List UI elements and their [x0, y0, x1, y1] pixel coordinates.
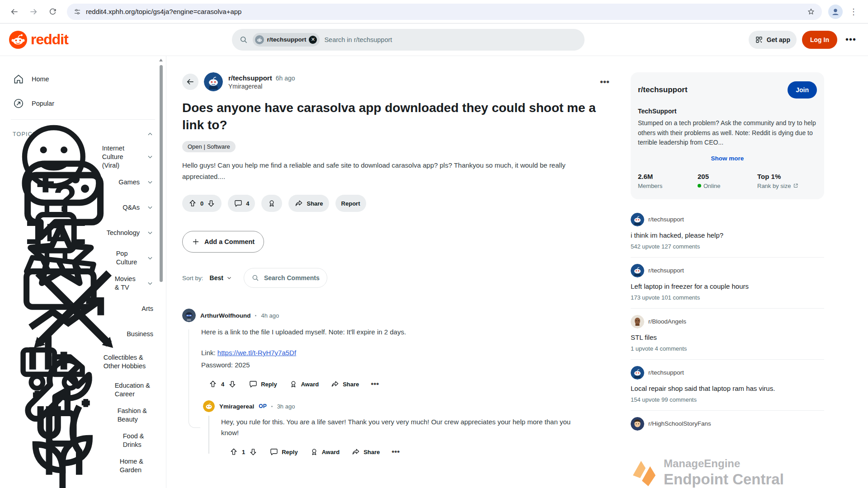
site-settings-icon[interactable] — [73, 8, 81, 16]
log-in-button[interactable]: Log In — [802, 31, 837, 49]
related-title[interactable]: STL files — [631, 333, 824, 341]
downvote-icon[interactable] — [228, 380, 237, 389]
reply-text: Hey, you rule for this. You are a life s… — [221, 417, 574, 438]
community-name[interactable]: r/techsupport — [638, 85, 688, 94]
related-subreddit[interactable]: r/techsupport — [648, 267, 684, 274]
post-share-button[interactable]: Share — [288, 195, 329, 212]
comment-share-button[interactable]: Share — [330, 380, 359, 389]
reply-reply-button[interactable]: Reply — [269, 447, 297, 456]
browser-menu-button[interactable]: ⋮ — [845, 4, 862, 20]
sidebar-item-label: Education & Career — [115, 381, 153, 399]
sidebar-item-label: Collectibles & Other Hobbies — [104, 353, 153, 371]
related-post[interactable]: r/techsupport i think im hacked, please … — [631, 213, 824, 258]
reload-icon — [48, 7, 57, 16]
sidebar-item-home-garden[interactable]: Home & Garden — [0, 453, 166, 479]
members-stat: 2.6M Members — [638, 173, 698, 189]
related-title[interactable]: Local repair shop said that laptop ram h… — [631, 385, 824, 392]
post-vote-count: 0 — [200, 200, 203, 207]
upvote-icon[interactable] — [208, 380, 217, 389]
comment-thread: ArthurWolfhound 4h ago Here is a link to… — [182, 309, 615, 456]
join-button[interactable]: Join — [788, 81, 817, 99]
url-text: reddit4.xphh.org/topic/gs4ja?engine=cara… — [86, 8, 241, 15]
related-title[interactable]: Left laptop in freezer for a couple hour… — [631, 282, 824, 290]
related-subreddit[interactable]: r/techsupport — [648, 216, 684, 223]
browser-forward-button[interactable] — [25, 4, 42, 20]
related-subreddit[interactable]: r/HighSchoolStoryFans — [648, 420, 711, 427]
bookmark-star-icon[interactable] — [807, 7, 816, 16]
post-report-label: Report — [341, 200, 360, 207]
post-flair-badge[interactable]: Open | Software — [182, 141, 236, 152]
address-bar[interactable]: reddit4.xphh.org/topic/gs4ja?engine=cara… — [67, 4, 822, 20]
sidebar-item-home[interactable]: Home — [0, 67, 166, 91]
related-subreddit[interactable]: r/techsupport — [648, 369, 684, 376]
sidebar-item-label: Fashion & Beauty — [118, 407, 153, 424]
comment-reply-button[interactable]: Reply — [249, 380, 277, 389]
related-meta: 154 upvote 99 comments — [631, 396, 824, 403]
add-comment-button[interactable]: Add a Comment — [182, 231, 264, 253]
upvote-icon[interactable] — [229, 447, 238, 456]
chip-remove-icon[interactable]: ✕ — [309, 36, 317, 44]
post-comments-pill[interactable]: 4 — [228, 195, 255, 212]
comment-author[interactable]: ArthurWolfhound — [200, 312, 250, 319]
subreddit-avatar — [631, 417, 644, 431]
reply-vote-count: 1 — [242, 449, 245, 455]
reply-author[interactable]: Ymiragereal — [219, 403, 254, 410]
external-link-icon[interactable] — [793, 183, 798, 188]
sidebar-scrollbar[interactable] — [159, 59, 163, 483]
chevron-down-icon — [147, 230, 153, 236]
related-post[interactable]: r/techsupport Left laptop in freezer for… — [631, 264, 824, 309]
browser-back-button[interactable] — [6, 4, 23, 20]
sidebar-item-popular[interactable]: Popular — [0, 91, 166, 116]
search-scope-chip[interactable]: r/techsupport ✕ — [253, 33, 320, 47]
reply-more-button[interactable]: ••• — [392, 447, 400, 456]
browser-profile-button[interactable] — [828, 5, 843, 19]
related-post[interactable]: r/HighSchoolStoryFans — [631, 417, 824, 438]
members-label: Members — [638, 183, 662, 189]
reply-share-button[interactable]: Share — [351, 447, 380, 456]
search-chip-label: r/techsupport — [267, 36, 306, 43]
related-post[interactable]: r/techsupport Local repair shop said tha… — [631, 366, 824, 411]
downvote-icon[interactable] — [207, 199, 216, 208]
post-detail: r/techsupport 6h ago Ymiragereal ••• Doe… — [166, 56, 615, 488]
sort-dropdown[interactable]: Best — [210, 274, 232, 282]
award-icon — [267, 199, 276, 208]
header-more-button[interactable]: ••• — [843, 34, 859, 45]
search-bar[interactable]: r/techsupport ✕ Search in r/techsupport — [232, 29, 585, 51]
reply-award-button[interactable]: Award — [310, 447, 340, 456]
related-subreddit[interactable]: r/BloodAngels — [648, 318, 686, 325]
post-report-button[interactable]: Report — [335, 195, 366, 212]
scrollbar-thumb[interactable] — [160, 65, 163, 282]
upvote-icon[interactable] — [188, 199, 197, 208]
reddit-logo[interactable]: reddit — [9, 31, 68, 49]
get-app-button[interactable]: Get app — [749, 31, 797, 49]
post-vote-pill[interactable]: 0 — [182, 195, 222, 212]
search-comments-placeholder: Search Comments — [264, 274, 320, 282]
scrollbar-up-arrow[interactable] — [159, 59, 163, 61]
commenter-avatar[interactable] — [182, 309, 196, 322]
comment-award-button[interactable]: Award — [289, 380, 319, 389]
search-placeholder: Search in r/techsupport — [324, 36, 392, 43]
comment-more-button[interactable]: ••• — [371, 380, 379, 389]
replier-avatar[interactable] — [203, 400, 215, 412]
post-author[interactable]: Ymiragereal — [228, 83, 295, 90]
related-post[interactable]: r/BloodAngels STL files 1 upvote 4 comme… — [631, 315, 824, 360]
subreddit-avatar[interactable] — [204, 72, 223, 91]
comment-file-link[interactable]: https://we.tl/t-RyH7y7a5Df — [217, 349, 296, 357]
post-award-button[interactable] — [261, 195, 282, 212]
back-button[interactable] — [182, 74, 198, 90]
show-more-button[interactable]: Show more — [638, 155, 817, 162]
award-label: Award — [301, 381, 319, 388]
browser-reload-button[interactable] — [44, 4, 61, 20]
comment-vote-count: 4 — [221, 381, 224, 388]
search-icon — [239, 35, 248, 44]
post-subreddit[interactable]: r/techsupport — [228, 74, 272, 82]
reply-label: Reply — [282, 449, 297, 455]
post-more-button[interactable]: ••• — [600, 77, 609, 87]
search-comments-input[interactable]: Search Comments — [244, 268, 327, 288]
rank-label: Rank by size — [757, 183, 791, 189]
downvote-icon[interactable] — [249, 447, 258, 456]
popular-icon — [13, 98, 24, 109]
related-title[interactable]: i think im hacked, please help? — [631, 231, 824, 239]
share-label: Share — [343, 381, 359, 388]
subreddit-avatar — [631, 213, 644, 226]
